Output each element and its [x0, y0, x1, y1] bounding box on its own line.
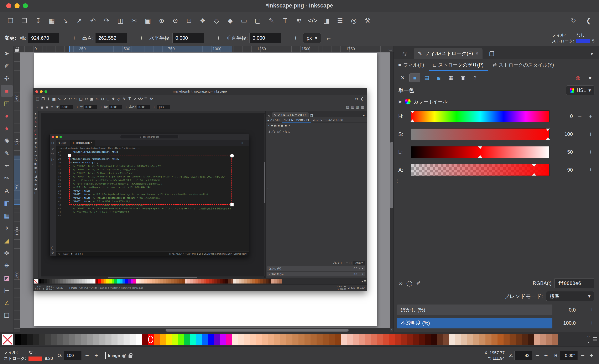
palette-swatch[interactable] [69, 334, 75, 345]
pen-tool[interactable]: ✒ [1, 160, 13, 172]
open-document-icon[interactable]: ❐ [18, 15, 30, 27]
spin-decrement-button[interactable]: − [576, 147, 584, 157]
palette-swatch[interactable] [347, 334, 353, 345]
shape-builder-tool[interactable]: ✣ [1, 72, 13, 84]
palette-swatch[interactable] [292, 334, 299, 345]
rectangle-tool[interactable]: ■ [1, 85, 13, 97]
hue-value[interactable]: 0 [553, 113, 573, 119]
radial-gradient-button[interactable]: ◙ [434, 73, 444, 82]
preferences-icon[interactable]: ⚒ [361, 15, 374, 27]
palette-swatch[interactable] [377, 334, 383, 345]
palette-swatch[interactable] [371, 334, 377, 345]
palette-swatch[interactable] [99, 334, 106, 345]
palette-swatch[interactable] [413, 334, 419, 345]
palette-swatch[interactable] [130, 334, 136, 345]
stroke-width-value[interactable]: 9.20 [45, 356, 53, 361]
eraser-tool[interactable]: ◪ [1, 272, 13, 284]
palette-swatch[interactable] [299, 334, 305, 345]
zoom-drawing-icon[interactable]: ⊕ [156, 15, 168, 27]
opacity-slider[interactable]: 不透明度 (%) [397, 318, 552, 328]
palette-swatch[interactable] [335, 334, 341, 345]
fill-rule-evenodd-icon[interactable]: ◍ [573, 73, 583, 82]
spin-increment-button[interactable]: + [93, 350, 100, 360]
measure-tool[interactable]: ∠ [1, 297, 13, 309]
blend-mode-dropdown[interactable]: 標準 ▾ [546, 291, 594, 301]
palette-swatch[interactable] [401, 334, 407, 345]
zoom-page-icon[interactable]: ⊡ [183, 15, 195, 27]
palette-swatch[interactable] [353, 334, 359, 345]
cut-icon[interactable]: ✂ [128, 15, 140, 27]
selector-tool[interactable]: ➤ [1, 47, 13, 60]
palette-swatch[interactable] [310, 334, 317, 345]
saturation-value[interactable]: 100 [553, 131, 573, 137]
palette-swatch[interactable] [449, 334, 455, 345]
swatch-button[interactable]: ▣ [458, 73, 468, 82]
zoom-window-button[interactable] [23, 3, 28, 8]
gradient-tool[interactable]: ◧ [1, 197, 13, 209]
palette-swatch[interactable] [21, 334, 27, 345]
star-tool[interactable]: ★ [1, 122, 13, 134]
palette-swatch[interactable] [305, 334, 310, 345]
close-window-button[interactable] [6, 3, 11, 8]
palette-swatch[interactable] [196, 334, 202, 345]
palette-swatch[interactable] [479, 334, 485, 345]
spin-decrement-button[interactable]: − [129, 33, 136, 43]
palette-swatch[interactable] [341, 334, 347, 345]
rotation-input[interactable]: 0.00° [560, 351, 578, 360]
palette-swatch[interactable] [389, 334, 395, 345]
layer-lock-icon[interactable] [129, 355, 132, 358]
selected-rectangle-object[interactable] [69, 156, 232, 205]
horizontal-scrollbar[interactable] [20, 328, 390, 332]
node-tool[interactable]: ✐ [1, 60, 13, 72]
palette-swatch[interactable] [232, 334, 238, 345]
palette-swatch[interactable] [123, 334, 130, 345]
swatches-dialog-tab[interactable]: ≋ [397, 49, 413, 59]
palette-swatch[interactable] [359, 334, 365, 345]
duplicate-icon[interactable]: ❖ [197, 15, 209, 27]
display-mode-corner[interactable]: ▭ [387, 46, 394, 53]
fill-stroke-dialog-icon[interactable]: ✎ [265, 15, 277, 27]
spin-increment-button[interactable]: + [542, 350, 550, 360]
palette-swatch[interactable] [256, 334, 262, 345]
stroke-width-value[interactable]: 5 [592, 38, 594, 44]
spin-decrement-button[interactable]: − [83, 350, 91, 360]
layer-visibility-icon[interactable]: ◉ [122, 353, 126, 358]
palette-swatch[interactable] [528, 334, 534, 345]
document-properties-icon[interactable]: ◎ [348, 15, 360, 27]
palette-swatch[interactable] [431, 334, 437, 345]
palette-scroll-down-icon[interactable]: ⌄ [587, 339, 590, 343]
snap-toggle-icon[interactable]: ↻ [567, 15, 580, 27]
corner-radius-handle[interactable] [230, 154, 234, 158]
palette-swatch[interactable] [178, 334, 184, 345]
spray-tool[interactable]: ✳ [1, 260, 13, 272]
spin-increment-button[interactable]: + [587, 111, 594, 121]
spin-decrement-button[interactable]: − [283, 33, 290, 43]
palette-swatch[interactable] [492, 334, 497, 345]
select-all-icon[interactable]: ▭ [238, 15, 250, 27]
spin-increment-button[interactable]: + [587, 165, 594, 175]
spin-decrement-button[interactable]: − [206, 33, 213, 43]
spin-value[interactable]: 262.552 [95, 33, 127, 43]
fill-value[interactable]: なし [28, 349, 42, 355]
palette-swatch[interactable] [81, 334, 87, 345]
palette-swatch[interactable] [497, 334, 503, 345]
spin-value[interactable]: 924.670 [28, 33, 60, 43]
spin-increment-button[interactable]: + [588, 350, 595, 360]
lightness-value[interactable]: 50 [553, 149, 573, 155]
vertical-scrollbar[interactable] [390, 53, 394, 328]
spin-decrement-button[interactable]: − [578, 305, 586, 315]
save-document-icon[interactable]: ↧ [32, 15, 44, 27]
palette-swatch[interactable] [15, 334, 21, 345]
palette-swatch[interactable] [419, 334, 425, 345]
tab-stroke-style[interactable]: ⇄ ストロークのスタイル(Y) [488, 59, 559, 71]
stroke-color-chip[interactable] [28, 356, 42, 361]
canvas[interactable]: markdownlint_setting.png - Inkscape ❏❐↧▦… [20, 53, 394, 332]
palette-swatch[interactable] [27, 334, 33, 345]
spin-decrement-button[interactable]: − [61, 33, 69, 43]
spin-decrement-button[interactable]: − [576, 111, 584, 121]
palette-swatch[interactable] [443, 334, 449, 345]
palette-swatch[interactable] [268, 334, 274, 345]
palette-swatch[interactable] [274, 334, 280, 345]
palette-swatch[interactable] [455, 334, 461, 345]
palette-swatch[interactable] [220, 334, 226, 345]
